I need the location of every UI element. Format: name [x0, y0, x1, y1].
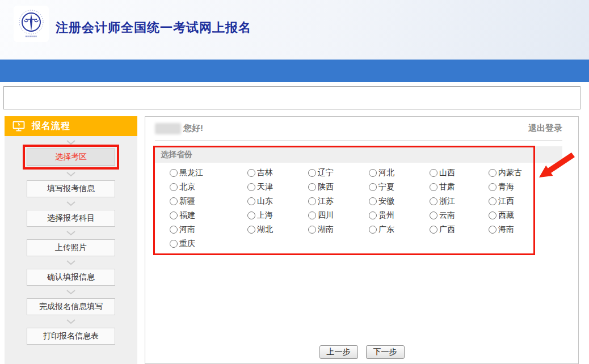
province-label: 新疆 [179, 196, 195, 206]
province-radio[interactable] [170, 197, 178, 205]
step-button[interactable]: 上传照片 [27, 239, 115, 256]
province-option[interactable]: 上海 [247, 209, 308, 222]
step-button[interactable]: 完成报名信息填写 [27, 298, 115, 315]
step-button[interactable]: 填写报考信息 [27, 180, 115, 197]
step-button[interactable]: 选择报考科目 [27, 210, 115, 227]
province-radio[interactable] [489, 183, 497, 191]
province-radio[interactable] [369, 183, 377, 191]
chevron-down-icon [66, 136, 75, 149]
province-radio[interactable] [170, 169, 178, 177]
province-radio[interactable] [369, 226, 377, 234]
process-step: 上传照片 [27, 227, 115, 256]
province-option[interactable]: 宁夏 [369, 181, 430, 193]
province-option[interactable]: 江西 [489, 195, 562, 208]
province-label: 海南 [498, 225, 514, 235]
province-radio[interactable] [247, 226, 255, 234]
province-option[interactable]: 贵州 [369, 209, 430, 222]
province-option[interactable]: 云南 [430, 209, 489, 222]
province-radio[interactable] [489, 197, 497, 205]
province-option[interactable]: 重庆 [170, 238, 247, 250]
province-label: 安徽 [378, 196, 394, 206]
step-button[interactable]: 选择考区 [27, 149, 115, 166]
province-option[interactable]: 湖南 [308, 223, 369, 236]
province-option[interactable]: 安徽 [369, 195, 430, 208]
steps-list: 选择考区 填写报考信息 选择报考科目 [5, 136, 137, 345]
province-label: 重庆 [179, 239, 195, 249]
main-panel: 您好! 退出登录 选择省份 黑龙江 吉林 [145, 116, 579, 364]
province-radio[interactable] [247, 169, 255, 177]
province-label: 广西 [439, 225, 455, 235]
province-option[interactable]: 浙江 [430, 195, 489, 208]
province-radio[interactable] [489, 169, 497, 177]
province-label: 辽宁 [318, 168, 334, 178]
province-radio[interactable] [170, 211, 178, 219]
province-option[interactable]: 湖北 [247, 223, 308, 236]
province-option[interactable]: 吉林 [247, 167, 308, 179]
province-radio[interactable] [247, 197, 255, 205]
province-radio[interactable] [308, 211, 316, 219]
province-label: 山西 [439, 168, 455, 178]
province-option[interactable]: 内蒙古 [489, 167, 562, 179]
process-step: 填写报考信息 [27, 168, 115, 197]
province-radio[interactable] [430, 226, 437, 234]
province-radio[interactable] [430, 169, 437, 177]
province-radio[interactable] [247, 211, 255, 219]
step-button[interactable]: 打印报名信息表 [27, 328, 115, 345]
province-label: 陕西 [318, 182, 334, 192]
province-label: 天津 [257, 182, 273, 192]
province-label: 浙江 [439, 196, 455, 206]
province-radio[interactable] [430, 197, 437, 205]
province-option[interactable]: 山西 [430, 167, 489, 179]
province-radio[interactable] [430, 211, 437, 219]
province-option[interactable]: 甘肃 [430, 181, 489, 193]
province-option[interactable]: 新疆 [170, 195, 247, 208]
step-button[interactable]: 确认填报信息 [27, 269, 115, 286]
province-radio[interactable] [369, 169, 377, 177]
province-option[interactable]: 天津 [247, 181, 308, 193]
province-option[interactable]: 广东 [369, 223, 430, 236]
province-label: 江西 [498, 196, 514, 206]
province-option[interactable]: 河南 [170, 223, 247, 236]
province-option[interactable]: 海南 [489, 223, 562, 236]
province-radio[interactable] [170, 226, 178, 234]
province-radio[interactable] [170, 183, 178, 191]
prev-step-button[interactable]: 上一步 [319, 345, 358, 359]
monitor-icon [12, 121, 25, 132]
province-radio[interactable] [308, 169, 316, 177]
next-step-button[interactable]: 下一步 [366, 345, 405, 359]
province-radio[interactable] [308, 183, 316, 191]
logout-link[interactable]: 退出登录 [528, 123, 562, 134]
page-title: 注册会计师全国统一考试网上报名 [56, 19, 251, 36]
chevron-down-icon [66, 168, 75, 180]
province-label: 江苏 [318, 196, 334, 206]
province-radio[interactable] [170, 240, 178, 248]
sidebar-title: 报名流程 [32, 120, 70, 132]
sidebar-header: 报名流程 [5, 116, 137, 136]
province-radio[interactable] [430, 183, 437, 191]
province-option[interactable]: 福建 [170, 209, 247, 222]
province-option[interactable]: 黑龙江 [170, 167, 247, 179]
chevron-down-icon [66, 197, 75, 210]
province-radio[interactable] [308, 197, 316, 205]
process-step: 确认填报信息 [27, 256, 115, 286]
province-radio[interactable] [489, 226, 497, 234]
province-option[interactable]: 江苏 [308, 195, 369, 208]
province-label: 山东 [257, 196, 273, 206]
province-option[interactable]: 西藏 [489, 209, 562, 222]
province-option[interactable]: 四川 [308, 209, 369, 222]
province-option[interactable]: 北京 [170, 181, 247, 193]
province-radio[interactable] [369, 211, 377, 219]
province-option[interactable]: 辽宁 [308, 167, 369, 179]
province-radio[interactable] [489, 211, 497, 219]
province-radio[interactable] [247, 183, 255, 191]
province-option[interactable]: 河北 [369, 167, 430, 179]
province-radio[interactable] [308, 226, 316, 234]
province-option[interactable]: 青海 [489, 181, 562, 193]
province-option[interactable]: 陕西 [308, 181, 369, 193]
province-option[interactable]: 广西 [430, 223, 489, 236]
province-option[interactable]: 山东 [247, 195, 308, 208]
province-label: 福建 [179, 210, 195, 221]
province-section: 选择省份 黑龙江 吉林 辽宁 [155, 146, 562, 255]
province-radio[interactable] [369, 197, 377, 205]
province-label: 黑龙江 [179, 168, 203, 178]
